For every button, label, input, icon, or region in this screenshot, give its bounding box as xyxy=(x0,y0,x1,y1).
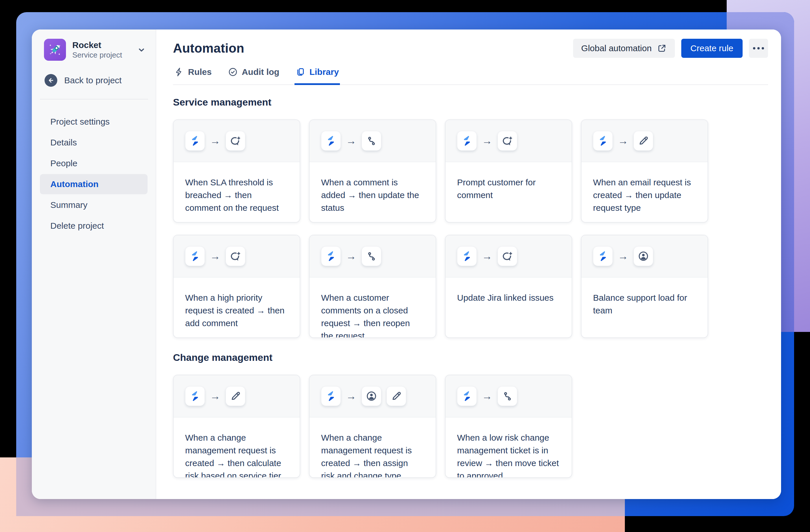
automation-bolt-icon xyxy=(185,386,205,406)
sidebar-item-people[interactable]: People xyxy=(40,153,148,173)
automation-bolt-icon xyxy=(321,386,341,406)
global-automation-label: Global automation xyxy=(581,44,652,53)
arrow-right-icon: → xyxy=(346,391,356,401)
card-rule-text: When a low risk change management ticket… xyxy=(446,417,572,478)
card-icon-strip: → xyxy=(446,120,572,162)
card-icon-strip: → xyxy=(174,235,300,278)
card-rule-text: Prompt customer for comment xyxy=(446,162,572,201)
arrow-right-icon: → xyxy=(346,136,356,146)
chevron-down-icon[interactable] xyxy=(136,45,146,56)
comment-add-icon xyxy=(498,131,517,151)
sidebar-item-summary[interactable]: Summary xyxy=(40,195,148,215)
automation-template-card[interactable]: → When an email request is created → the… xyxy=(581,119,708,222)
card-rule-text: When a comment is added → then update th… xyxy=(310,162,436,214)
arrow-right-icon: → xyxy=(210,251,221,261)
automation-template-card[interactable]: → When a customer comments on a closed r… xyxy=(309,235,436,338)
automation-bolt-icon xyxy=(457,386,477,406)
section-heading-change-management: Change management xyxy=(173,352,768,363)
main-content: Automation Global automation Create rule xyxy=(156,30,781,499)
tab-audit-log[interactable]: Audit log xyxy=(227,67,280,85)
person-icon xyxy=(361,386,381,406)
tab-rules-label: Rules xyxy=(188,67,212,77)
bolt-outline-icon xyxy=(174,67,184,77)
arrow-right-icon: → xyxy=(482,251,492,261)
card-icon-strip: → xyxy=(581,235,708,278)
tab-audit-log-label: Audit log xyxy=(242,67,279,77)
back-to-project[interactable]: Back to project xyxy=(45,74,147,87)
comment-add-icon xyxy=(226,131,245,151)
page-title: Automation xyxy=(173,41,244,55)
page: Rocket Service project Back to project xyxy=(0,0,810,532)
arrow-right-icon: → xyxy=(210,136,221,146)
automation-bolt-icon xyxy=(185,246,205,266)
automation-template-card[interactable]: → When a change management request is cr… xyxy=(309,375,436,478)
tab-rules[interactable]: Rules xyxy=(173,67,213,85)
card-icon-strip: → xyxy=(446,235,572,278)
pages-icon xyxy=(296,67,306,77)
automation-bolt-icon xyxy=(593,131,613,151)
comment-add-icon xyxy=(226,246,245,266)
automation-template-card[interactable]: → Prompt customer for comment xyxy=(445,119,572,222)
automation-template-card[interactable]: → Balance support load for team xyxy=(581,235,708,338)
project-switcher[interactable]: Rocket Service project xyxy=(44,39,147,61)
automation-bolt-icon xyxy=(321,246,341,266)
card-rule-text: Balance support load for team xyxy=(581,278,708,317)
sidebar-nav: Project settings Details People Automati… xyxy=(40,112,148,236)
tab-library[interactable]: Library xyxy=(294,67,340,85)
project-title-block: Rocket Service project xyxy=(72,40,122,60)
tabs: Rules Audit log Library xyxy=(173,67,768,85)
sidebar-divider xyxy=(40,99,148,99)
automation-template-card[interactable]: → When a high priority request is create… xyxy=(173,235,300,338)
automation-bolt-icon xyxy=(185,131,205,151)
automation-bolt-icon xyxy=(457,131,477,151)
automation-bolt-icon xyxy=(593,246,613,266)
create-rule-button[interactable]: Create rule xyxy=(681,39,743,58)
arrow-right-icon: → xyxy=(618,251,628,261)
project-name: Rocket xyxy=(72,40,122,50)
arrow-right-icon: → xyxy=(482,136,492,146)
card-icon-strip: → xyxy=(174,375,300,417)
section-heading-service-management: Service management xyxy=(173,97,768,108)
automation-template-card[interactable]: → When a change management request is cr… xyxy=(173,375,300,478)
card-icon-strip: → xyxy=(581,120,708,162)
workflow-icon xyxy=(498,386,517,406)
project-avatar xyxy=(44,39,66,61)
back-arrow-icon xyxy=(45,74,57,87)
card-rule-text: Update Jira linked issues xyxy=(446,278,572,304)
automation-template-card[interactable]: → Update Jira linked issues xyxy=(445,235,572,338)
arrow-right-icon: → xyxy=(618,136,628,146)
sidebar: Rocket Service project Back to project xyxy=(32,30,156,499)
change-management-grid: → When a change management request is cr… xyxy=(173,375,768,478)
card-rule-text: When a change management request is crea… xyxy=(174,417,300,478)
global-automation-button[interactable]: Global automation xyxy=(573,39,675,58)
pencil-icon xyxy=(634,131,653,151)
back-to-project-label: Back to project xyxy=(64,76,122,85)
card-icon-strip: → xyxy=(310,235,436,278)
main-header: Automation Global automation Create rule xyxy=(173,39,768,58)
arrow-right-icon: → xyxy=(346,251,356,261)
sidebar-item-details[interactable]: Details xyxy=(40,132,148,153)
sidebar-item-automation[interactable]: Automation xyxy=(40,174,148,194)
arrow-right-icon: → xyxy=(210,391,221,401)
workflow-icon xyxy=(361,246,381,266)
automation-template-card[interactable]: → When SLA threshold is breached → then … xyxy=(173,119,300,222)
more-actions-button[interactable] xyxy=(749,39,768,58)
rocket-icon xyxy=(47,41,63,58)
automation-bolt-icon xyxy=(321,131,341,151)
automation-template-card[interactable]: → When a comment is added → then update … xyxy=(309,119,436,222)
sidebar-item-delete-project[interactable]: Delete project xyxy=(40,216,148,236)
automation-bolt-icon xyxy=(457,246,477,266)
card-rule-text: When SLA threshold is breached → then co… xyxy=(174,162,300,214)
arrow-right-icon: → xyxy=(482,391,492,401)
automation-template-card[interactable]: → When a low risk change management tick… xyxy=(445,375,572,478)
card-rule-text: When a customer comments on a closed req… xyxy=(310,278,436,338)
card-icon-strip: → xyxy=(310,375,436,417)
app-window: Rocket Service project Back to project xyxy=(32,30,781,499)
tab-library-label: Library xyxy=(310,67,339,77)
card-icon-strip: → xyxy=(174,120,300,162)
check-circle-icon xyxy=(228,67,238,77)
card-rule-text: When a high priority request is created … xyxy=(174,278,300,330)
card-rule-text: When an email request is created → then … xyxy=(581,162,708,214)
sidebar-item-project-settings[interactable]: Project settings xyxy=(40,112,148,132)
card-rule-text: When a change management request is crea… xyxy=(310,417,436,478)
